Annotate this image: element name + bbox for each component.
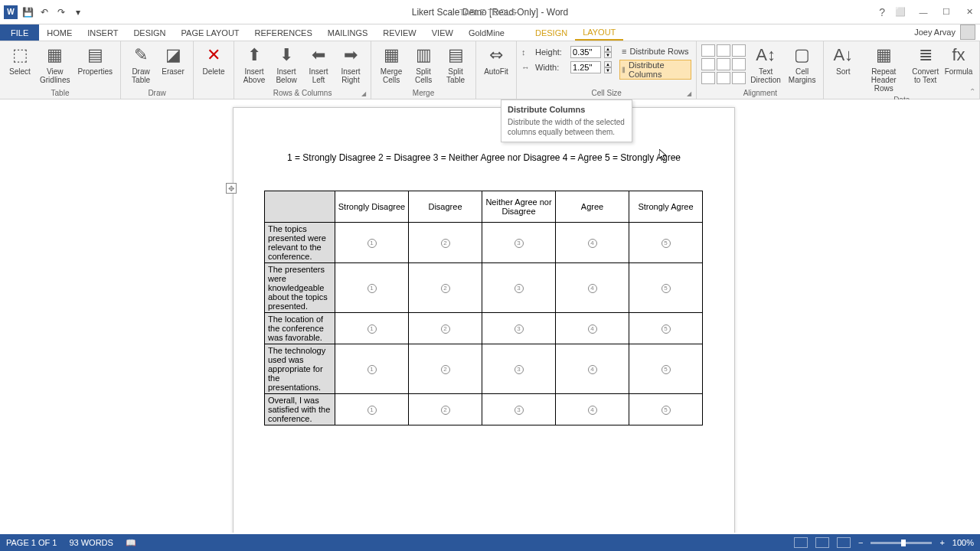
radio-icon[interactable]: 3 bbox=[514, 284, 524, 293]
radio-icon[interactable]: 2 bbox=[441, 284, 450, 293]
align-bc[interactable] bbox=[717, 72, 730, 84]
tab-file[interactable]: FILE bbox=[0, 24, 39, 41]
select-button[interactable]: ⬚Select bbox=[5, 43, 35, 87]
zoom-out-icon[interactable]: − bbox=[858, 538, 863, 547]
radio-icon[interactable]: 4 bbox=[588, 324, 597, 334]
radio-icon[interactable]: 1 bbox=[368, 406, 377, 415]
formula-button[interactable]: fxFormula bbox=[942, 43, 975, 94]
ribbon-options-icon[interactable]: ⬜ bbox=[893, 5, 908, 20]
radio-icon[interactable]: 5 bbox=[662, 324, 671, 334]
eraser-button[interactable]: ◪Eraser bbox=[158, 43, 188, 87]
row-question[interactable]: The location of the conference was favor… bbox=[265, 313, 335, 344]
text-direction-button[interactable]: A↕Text Direction bbox=[747, 43, 783, 87]
height-down-icon[interactable]: ▼ bbox=[604, 52, 612, 58]
align-tr[interactable] bbox=[732, 44, 746, 57]
radio-icon[interactable]: 2 bbox=[441, 324, 450, 334]
distribute-rows-button[interactable]: ≡Distribute Rows bbox=[619, 46, 691, 57]
tab-review[interactable]: REVIEW bbox=[375, 24, 423, 41]
radio-icon[interactable]: 2 bbox=[441, 406, 450, 415]
radio-icon[interactable]: 3 bbox=[514, 239, 524, 248]
user-account[interactable]: Joey Arvay bbox=[914, 24, 975, 40]
row-question[interactable]: The technology used was appropriate for … bbox=[265, 344, 335, 394]
distribute-columns-button[interactable]: ⦀Distribute Columns bbox=[619, 60, 691, 80]
properties-button[interactable]: ▤Properties bbox=[74, 43, 116, 87]
header-col-5[interactable]: Strongly Agree bbox=[629, 191, 703, 223]
proofing-icon[interactable]: 📖 bbox=[126, 538, 136, 548]
qat-customize-icon[interactable]: ▾ bbox=[70, 5, 86, 20]
tab-page-layout[interactable]: PAGE LAYOUT bbox=[174, 24, 247, 41]
align-ml[interactable] bbox=[701, 58, 715, 70]
radio-icon[interactable]: 4 bbox=[588, 406, 597, 415]
page-indicator[interactable]: PAGE 1 OF 1 bbox=[6, 538, 57, 548]
tab-references[interactable]: REFERENCES bbox=[247, 24, 320, 41]
zoom-slider[interactable] bbox=[871, 542, 932, 544]
insert-right-button[interactable]: ➡Insert Right bbox=[335, 43, 366, 87]
likert-table[interactable]: Strongly Disagree Disagree Neither Agree… bbox=[264, 191, 703, 425]
insert-left-button[interactable]: ⬅Insert Left bbox=[303, 43, 334, 87]
merge-cells-button[interactable]: ▦Merge Cells bbox=[376, 43, 407, 87]
print-layout-button[interactable] bbox=[815, 537, 829, 548]
zoom-in-icon[interactable]: + bbox=[939, 538, 944, 547]
radio-icon[interactable]: 3 bbox=[514, 365, 524, 374]
table-move-handle-icon[interactable]: ✥ bbox=[226, 183, 237, 194]
align-mr[interactable] bbox=[732, 58, 746, 70]
collapse-ribbon-icon[interactable]: ⌃ bbox=[969, 87, 975, 96]
header-col-3[interactable]: Neither Agree nor Disagree bbox=[482, 191, 556, 223]
radio-icon[interactable]: 5 bbox=[662, 406, 671, 415]
delete-button[interactable]: ✕Delete bbox=[198, 43, 229, 87]
tab-view[interactable]: VIEW bbox=[424, 24, 461, 41]
minimize-icon[interactable]: — bbox=[916, 5, 931, 20]
radio-icon[interactable]: 1 bbox=[368, 239, 377, 248]
read-mode-button[interactable] bbox=[794, 537, 808, 548]
header-col-2[interactable]: Disagree bbox=[409, 191, 482, 223]
width-input[interactable] bbox=[570, 61, 601, 73]
radio-icon[interactable]: 3 bbox=[514, 324, 524, 334]
tab-home[interactable]: HOME bbox=[39, 24, 80, 41]
tab-table-design[interactable]: DESIGN bbox=[528, 24, 575, 41]
web-layout-button[interactable] bbox=[837, 537, 851, 548]
radio-icon[interactable]: 4 bbox=[588, 365, 597, 374]
row-question[interactable]: Overall, I was satisfied with the confer… bbox=[265, 394, 335, 425]
align-tl[interactable] bbox=[701, 44, 715, 57]
radio-icon[interactable]: 3 bbox=[514, 406, 524, 415]
draw-table-button[interactable]: ✎Draw Table bbox=[126, 43, 156, 87]
header-col-4[interactable]: Agree bbox=[556, 191, 629, 223]
radio-icon[interactable]: 5 bbox=[662, 239, 671, 248]
cell-size-launcher-icon[interactable]: ◢ bbox=[687, 90, 691, 97]
height-input[interactable] bbox=[570, 46, 601, 58]
rows-cols-launcher-icon[interactable]: ◢ bbox=[361, 90, 366, 97]
redo-icon[interactable]: ↷ bbox=[54, 5, 69, 20]
row-question[interactable]: The presenters were knowledgeable about … bbox=[265, 263, 335, 313]
tab-mailings[interactable]: MAILINGS bbox=[320, 24, 376, 41]
zoom-level[interactable]: 100% bbox=[952, 538, 974, 547]
radio-icon[interactable]: 1 bbox=[368, 324, 377, 334]
convert-to-text-button[interactable]: ≣Convert to Text bbox=[910, 43, 941, 94]
radio-icon[interactable]: 4 bbox=[588, 239, 597, 248]
save-icon[interactable]: 💾 bbox=[20, 5, 35, 20]
align-mc[interactable] bbox=[717, 58, 730, 70]
tab-table-layout[interactable]: LAYOUT bbox=[575, 24, 623, 41]
radio-icon[interactable]: 1 bbox=[368, 365, 377, 374]
insert-below-button[interactable]: ⬇Insert Below bbox=[271, 43, 302, 87]
tab-insert[interactable]: INSERT bbox=[80, 24, 126, 41]
autofit-button[interactable]: ⇔AutoFit bbox=[481, 43, 511, 87]
split-cells-button[interactable]: ▥Split Cells bbox=[408, 43, 439, 87]
close-icon[interactable]: ✕ bbox=[962, 5, 977, 20]
undo-icon[interactable]: ↶ bbox=[37, 5, 52, 20]
document-area[interactable]: Distribute Columns Distribute the width … bbox=[0, 99, 980, 533]
help-icon[interactable]: ? bbox=[879, 6, 885, 18]
radio-icon[interactable]: 2 bbox=[441, 365, 450, 374]
radio-icon[interactable]: 5 bbox=[662, 284, 671, 293]
radio-icon[interactable]: 1 bbox=[368, 284, 377, 293]
header-blank[interactable] bbox=[265, 191, 335, 223]
width-up-icon[interactable]: ▲ bbox=[604, 61, 612, 67]
sort-button[interactable]: A↓Sort bbox=[828, 43, 858, 94]
radio-icon[interactable]: 2 bbox=[441, 239, 450, 248]
align-br[interactable] bbox=[732, 72, 746, 84]
view-gridlines-button[interactable]: ▦View Gridlines bbox=[37, 43, 73, 87]
maximize-icon[interactable]: ☐ bbox=[939, 5, 954, 20]
row-question[interactable]: The topics presented were relevant to th… bbox=[265, 223, 335, 263]
insert-above-button[interactable]: ⬆Insert Above bbox=[239, 43, 270, 87]
radio-icon[interactable]: 5 bbox=[662, 365, 671, 374]
align-bl[interactable] bbox=[701, 72, 715, 84]
